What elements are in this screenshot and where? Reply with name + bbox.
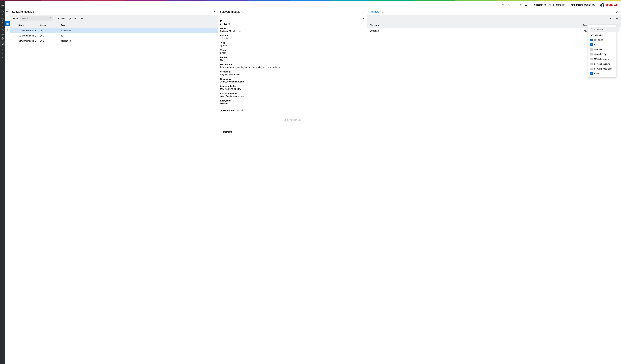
phone-icon[interactable] <box>508 3 511 6</box>
column-option-label: Uploaded At <box>594 48 605 51</box>
column-option[interactable]: File name <box>588 37 617 42</box>
metadata-section-header[interactable]: Metadata i <box>220 130 365 134</box>
dist-section-header[interactable]: Distribution sets i <box>220 109 365 113</box>
sec-hamburger[interactable] <box>5 10 10 15</box>
settings-button[interactable] <box>608 16 613 21</box>
settings-button[interactable] <box>73 16 78 21</box>
clipboard-icon[interactable] <box>1 20 4 23</box>
info-icon[interactable]: i <box>234 131 236 133</box>
column-search-input[interactable] <box>590 27 619 32</box>
minimize-icon[interactable] <box>207 10 211 14</box>
items-count: 3 items <box>12 17 18 20</box>
close-icon[interactable] <box>362 10 365 14</box>
home-icon[interactable] <box>1 10 4 13</box>
cell-type: application <box>61 40 216 42</box>
info-icon[interactable]: i <box>380 11 383 13</box>
table-header: Name Version Type <box>10 22 218 28</box>
secondary-nav-rail <box>5 9 10 364</box>
user-label: John.Doe@domain.com <box>570 4 595 6</box>
column-option[interactable]: Size <box>588 42 617 47</box>
vendor-value: Bosch <box>220 52 365 54</box>
info-icon[interactable]: i <box>242 11 244 13</box>
column-option[interactable]: Actions <box>588 71 617 76</box>
column-option[interactable]: MD5 checksum <box>588 57 617 62</box>
copy-icon[interactable] <box>228 23 230 25</box>
column-option[interactable]: Uploaded At <box>588 47 617 52</box>
svg-rect-56 <box>239 30 240 31</box>
text-columns-header[interactable]: Text columns <box>588 32 617 37</box>
cell-type: application <box>61 29 216 32</box>
artifact-row[interactable]: artifact.zip4 MB⋯ <box>367 28 621 34</box>
subscription-link[interactable]: Subscription <box>531 4 546 6</box>
table-row[interactable]: Software Module 11.0.0application <box>10 28 218 33</box>
iot-manager-link[interactable]: IoT Manager <box>549 4 565 6</box>
col-name[interactable]: Name <box>18 24 40 26</box>
copy-icon[interactable] <box>226 37 228 39</box>
refresh-button[interactable] <box>67 16 72 21</box>
info-icon[interactable]: i <box>241 109 244 112</box>
reset-icon[interactable] <box>620 28 621 31</box>
col-type[interactable]: Type <box>61 24 216 26</box>
section-icon[interactable]: § <box>519 3 522 6</box>
svg-point-41 <box>7 29 8 30</box>
user-menu[interactable]: John.Doe@domain.com <box>567 4 595 6</box>
cell-version: 1.0.0 <box>40 29 61 32</box>
expand-icon[interactable] <box>357 10 360 14</box>
wheelchair-icon[interactable] <box>1 47 4 50</box>
column-option[interactable]: SHA256 checksum <box>588 66 617 71</box>
artifacts-toolbar <box>367 15 621 22</box>
chevron-up-icon <box>220 110 222 111</box>
sec-item-modules[interactable] <box>5 21 10 26</box>
table-row[interactable]: Software module 21.0.0os <box>10 33 218 38</box>
filter-button[interactable]: Filter <box>56 16 66 21</box>
search-box[interactable] <box>20 16 53 21</box>
gear-icon[interactable] <box>1 52 4 55</box>
flow-icon[interactable] <box>1 29 4 32</box>
minimize-icon[interactable] <box>352 10 356 14</box>
share-icon[interactable] <box>502 3 505 6</box>
chevron-down-icon <box>220 131 222 133</box>
col-filename[interactable]: File name <box>370 24 578 26</box>
tools-icon[interactable] <box>362 17 365 20</box>
panel-title: Software modules <box>12 10 34 14</box>
col-size[interactable]: Size <box>578 24 587 26</box>
cell-name: Software module 3 <box>18 40 40 42</box>
expand-icon[interactable] <box>615 10 619 14</box>
expand-icon[interactable] <box>212 10 216 14</box>
svg-point-24 <box>2 29 2 30</box>
add-button[interactable] <box>614 16 620 21</box>
book-icon[interactable] <box>513 3 516 6</box>
column-option[interactable]: SHA1 checksum <box>588 62 617 66</box>
module-icon[interactable] <box>0 41 5 46</box>
column-option[interactable]: Uploaded By <box>588 52 617 57</box>
version-value: 1.0.0 <box>220 37 225 40</box>
bosch-ring-icon <box>600 3 604 7</box>
copy-icon[interactable] <box>239 30 241 32</box>
search-input[interactable] <box>22 17 48 20</box>
bosch-logo: BOSCH <box>600 3 619 7</box>
svg-rect-39 <box>6 24 7 25</box>
dist-label: Distribution sets <box>223 109 240 112</box>
filter-icon[interactable] <box>1 24 4 27</box>
minimize-icon[interactable] <box>610 10 614 14</box>
sec-item-gear[interactable] <box>5 27 10 32</box>
box2-icon[interactable] <box>1 37 4 40</box>
locked-label: Locked <box>220 56 365 59</box>
table-row[interactable]: Software module 31.0.0application <box>10 38 218 43</box>
cell-type: os <box>61 34 216 37</box>
bell-icon[interactable] <box>525 3 528 6</box>
box-icon[interactable] <box>1 33 4 36</box>
primary-nav-rail <box>0 9 5 364</box>
bars-icon[interactable] <box>1 56 4 59</box>
info-icon[interactable]: i <box>35 11 37 13</box>
column-option-label: File name <box>594 39 603 41</box>
panel-title: Software module <box>220 10 240 14</box>
add-button[interactable] <box>79 16 85 21</box>
svg-rect-57 <box>226 38 227 39</box>
search-icon[interactable] <box>1 14 4 17</box>
hamburger-icon[interactable] <box>0 1 5 9</box>
checkbox-icon <box>590 39 593 41</box>
svg-line-21 <box>3 16 3 16</box>
svg-rect-53 <box>229 24 230 25</box>
col-version[interactable]: Version <box>40 24 61 26</box>
